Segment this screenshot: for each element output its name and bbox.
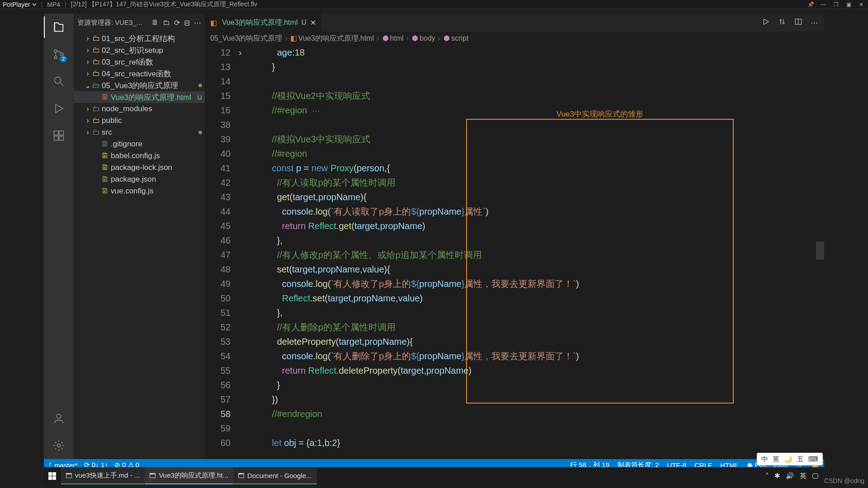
scm-activity[interactable]: 2 (52, 47, 66, 61)
ime-item[interactable]: 英 (773, 455, 779, 464)
tree-folder[interactable]: ›🗀node_modules (74, 103, 205, 115)
tree-folder[interactable]: ›🗀02_src_初识setup (74, 44, 205, 56)
folder-icon: 🗀 (92, 34, 100, 42)
tree-folder[interactable]: ›🗀public (74, 115, 205, 127)
chevron-icon: › (85, 35, 91, 42)
restore-icon[interactable]: ❐ (832, 0, 840, 9)
explorer-activity[interactable] (52, 20, 66, 34)
explorer-title: 资源管理器: VUE3_... (77, 19, 151, 27)
svg-rect-6 (54, 136, 58, 140)
svg-point-0 (54, 50, 57, 52)
file-tree: ›🗀01_src_分析工程结构›🗀02_src_初识setup›🗀03_src_… (74, 32, 205, 459)
code-area[interactable]: age:18 } //模拟Vue2中实现响应式 //#region ··· //… (247, 45, 824, 459)
taskbar-label: Document - Google... (247, 472, 312, 479)
breadcrumb[interactable]: 05_Vue3的响应式原理›◧Vue3的响应式原理.html›⬢html›⬢bo… (205, 32, 824, 45)
watermark: CSDN @odng (824, 477, 864, 484)
minimap-thumb[interactable] (816, 242, 824, 260)
tab-active[interactable]: ◧ Vue3的响应式原理.html U ✕ (205, 14, 322, 32)
ime-item[interactable]: 中 (761, 455, 768, 464)
tab-close-icon[interactable]: ✕ (310, 19, 316, 27)
split-editor-icon[interactable] (794, 18, 802, 28)
tree-label: babel.config.js (111, 151, 160, 160)
tray-ime-icon[interactable]: 英 (800, 472, 807, 480)
tray-chevron-icon[interactable]: ˄ (765, 472, 769, 480)
tray-network-icon[interactable]: 🖵 (812, 472, 819, 480)
search-activity[interactable] (52, 74, 66, 89)
tree-file[interactable]: 🗎babel.config.js (74, 150, 205, 162)
tree-file[interactable]: 🗎.gitignore (74, 138, 205, 150)
pin-icon[interactable]: 📌 (807, 0, 815, 9)
tree-label: Vue3的响应式原理.html (111, 92, 191, 103)
file-icon: 🗎 (101, 175, 109, 183)
ime-item[interactable]: 🌙 (784, 455, 793, 463)
tab-git-status: U (301, 19, 307, 27)
minimize-icon[interactable]: — (819, 0, 827, 9)
taskbar-item[interactable]: 🗔Vue3的响应式原理.ht... (145, 467, 233, 484)
chevron-icon: ⌄ (85, 82, 91, 89)
taskbar-item[interactable]: 🗔Document - Google... (233, 467, 317, 484)
app-icon: 🗔 (149, 472, 156, 479)
breadcrumb-item[interactable]: ⬢script (443, 34, 468, 42)
tree-label: public (102, 116, 122, 125)
file-icon: 🗎 (101, 152, 109, 160)
file-icon: 🗎 (101, 93, 109, 101)
tree-label: 01_src_分析工程结构 (102, 33, 175, 44)
maximize-icon[interactable]: ▣ (844, 0, 853, 9)
diff-icon[interactable] (778, 18, 786, 28)
breadcrumb-item[interactable]: 05_Vue3的响应式原理 (210, 34, 282, 43)
tree-file[interactable]: 🗎vue.config.js (74, 185, 205, 197)
taskbar-item[interactable]: 🗔vue3快速上手.md - ... (61, 467, 145, 484)
tree-file[interactable]: 🗎Vue3的响应式原理.htmlU (74, 91, 205, 103)
tree-folder[interactable]: ›🗀04_src_reactive函数 (74, 68, 205, 80)
tab-more-icon[interactable]: ⋯ (811, 19, 818, 27)
player-titlebar: PotPlayer | MP4 | [2/12] 【P147】147_尚硅谷Vu… (0, 0, 868, 9)
svg-point-3 (55, 77, 61, 84)
ime-item[interactable]: 五 (797, 455, 804, 464)
tree-label: .gitignore (111, 140, 142, 149)
breadcrumb-item[interactable]: ◧Vue3的响应式原理.html (290, 34, 374, 43)
new-folder-icon[interactable]: 🗀 (163, 19, 170, 27)
collapse-icon[interactable]: ⊟ (184, 19, 190, 27)
extensions-activity[interactable] (52, 128, 66, 143)
tree-label: package-lock.json (111, 163, 172, 172)
git-dot-icon (198, 84, 202, 87)
file-icon: 🗎 (101, 140, 109, 148)
tree-folder[interactable]: ›🗀01_src_分析工程结构 (74, 33, 205, 44)
tray-app-icon[interactable]: ✱ (774, 472, 780, 480)
ime-indicator[interactable]: 中英🌙五⌨ (757, 453, 823, 465)
breadcrumb-item[interactable]: ⬢body (411, 34, 435, 42)
tree-folder[interactable]: ›🗀03_src_ref函数 (74, 56, 205, 68)
account-activity[interactable] (52, 411, 66, 426)
taskbar-label: Vue3的响应式原理.ht... (159, 471, 228, 480)
run-code-icon[interactable] (762, 18, 770, 28)
refresh-icon[interactable]: ⟳ (174, 19, 180, 27)
folder-icon: 🗀 (92, 117, 100, 125)
start-button[interactable] (44, 467, 61, 484)
ime-item[interactable]: ⌨ (808, 455, 818, 463)
more-icon[interactable]: ⋯ (194, 19, 201, 27)
tree-label: 03_src_ref函数 (102, 57, 153, 67)
chevron-icon: › (85, 106, 91, 112)
tree-file[interactable]: 🗎package-lock.json (74, 162, 205, 174)
run-activity[interactable] (52, 101, 66, 116)
fold-column: › (239, 45, 247, 459)
folder-icon: 🗀 (92, 70, 100, 78)
tree-file[interactable]: 🗎package.json (74, 174, 205, 185)
vscode-window: 2 资源管理器: VUE3_... (44, 14, 824, 471)
folder-icon: 🗀 (92, 58, 100, 66)
new-file-icon[interactable]: 🗎 (151, 19, 159, 27)
breadcrumb-item[interactable]: ⬢html (382, 34, 404, 42)
editor[interactable]: 1213141516383940414243444546474849505152… (205, 45, 824, 459)
tree-folder[interactable]: ›🗀src (74, 127, 205, 138)
line-gutter: 1213141516383940414243444546474849505152… (205, 45, 239, 459)
git-status: U (197, 94, 202, 101)
player-logo[interactable]: PotPlayer (3, 1, 37, 8)
close-icon[interactable]: ✕ (857, 0, 865, 9)
tray-volume-icon[interactable]: 🔊 (786, 472, 794, 480)
chevron-icon: › (85, 117, 91, 124)
player-track: [2/12] 【P147】147_尚硅谷Vue3技术_Vue3响应式原理_Ref… (71, 0, 257, 9)
tree-folder[interactable]: ⌄🗁05_Vue3的响应式原理 (74, 80, 205, 91)
activity-bar: 2 (44, 14, 74, 459)
svg-rect-7 (59, 136, 63, 140)
settings-activity[interactable] (52, 438, 66, 453)
